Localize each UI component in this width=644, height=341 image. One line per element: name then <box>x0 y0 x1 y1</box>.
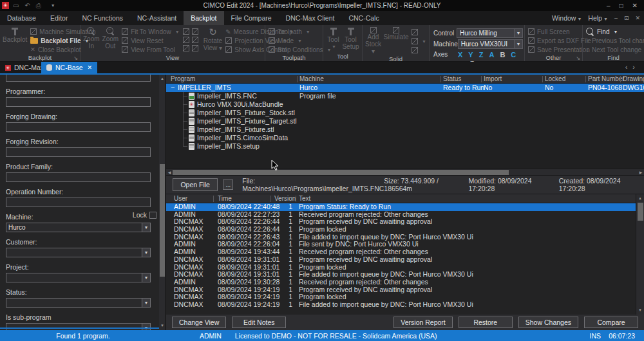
top-view-icon[interactable] <box>192 28 198 35</box>
window-menu[interactable]: Window▼ <box>552 14 582 22</box>
tool-setup-button[interactable]: ToolSetup <box>342 26 359 51</box>
scroll-down-icon[interactable]: ▼ <box>636 307 644 314</box>
column-drawing[interactable]: Drawing <box>623 75 644 82</box>
help-menu[interactable]: Help▼ <box>588 14 608 22</box>
quick-access-dropdown-icon[interactable]: ▼ <box>51 3 55 8</box>
log-vertical-scrollbar[interactable]: ▲ ▼ <box>636 194 644 315</box>
tree-file-row[interactable]: Impeller_IMTS.FNC Program file <box>166 92 644 100</box>
tab-dnc-max-client[interactable]: DNC-Max Client <box>279 11 342 25</box>
log-row[interactable]: DNCMAX 08/09/2024 22:26:44 1 Program loc… <box>166 226 636 234</box>
tab-cnc-calc[interactable]: CNC-Calc <box>341 11 386 25</box>
iso-view-icon[interactable] <box>183 28 189 35</box>
programmer-field[interactable] <box>6 97 151 107</box>
back-view-icon[interactable] <box>183 45 189 51</box>
tool-button[interactable]: Tool▼ <box>325 26 342 51</box>
restore-button[interactable]: □ <box>620 2 623 9</box>
tree-file-row[interactable]: Impeller_IMTS.setup <box>166 142 644 151</box>
column-part-number[interactable]: Part Number <box>588 75 625 82</box>
scroll-right-icon[interactable]: ▶ <box>638 169 644 176</box>
tab-file-compare[interactable]: File Compare <box>224 11 279 25</box>
minimize-button[interactable]: – <box>607 2 611 9</box>
search-panel-scrollbar[interactable]: ▲ ▼ <box>159 75 166 330</box>
scrollbar-thumb[interactable] <box>638 203 643 221</box>
scrollbar-thumb[interactable] <box>173 170 509 175</box>
machine-search-select[interactable]: Hurco ▼ <box>6 223 151 232</box>
axis-c[interactable]: C <box>511 51 516 59</box>
tree-file-row[interactable]: Hurco VMX 30Ui.MacBundle <box>166 100 644 109</box>
column-text[interactable]: Text <box>299 195 310 202</box>
collapse-icon[interactable]: − <box>171 84 175 92</box>
solid-option-1-button[interactable] <box>410 28 428 37</box>
column-import[interactable]: Import <box>484 75 502 82</box>
tab-nc-functions[interactable]: NC Functions <box>75 11 130 25</box>
customer-select[interactable]: ▼ <box>6 248 151 257</box>
axis-b[interactable]: B <box>500 51 505 59</box>
product-family-field[interactable] <box>6 172 151 182</box>
scrollbar-thumb[interactable] <box>160 164 165 277</box>
scroll-left-icon[interactable]: ◀ <box>166 169 173 176</box>
tree-file-row[interactable]: Impeller_IMTS_Fixture.stl <box>166 125 644 134</box>
doc-close-icon[interactable]: ✕ <box>635 15 640 21</box>
control-select[interactable]: Hurco Milling ▼ <box>457 28 523 38</box>
change-view-button[interactable]: Change View <box>172 317 226 328</box>
fit-to-window-button[interactable]: Fit To Window▼ <box>120 27 182 36</box>
browse-button[interactable]: ... <box>223 180 233 190</box>
project-select[interactable]: ▼ <box>6 273 151 282</box>
find-button[interactable]: Find▼ <box>584 27 644 36</box>
axis-x[interactable]: X <box>458 51 462 59</box>
tab-nc-base[interactable]: NC-Base ✕ <box>41 62 97 73</box>
forging-drawing-field[interactable] <box>6 122 151 132</box>
print-icon[interactable]: ⎙ <box>36 2 41 10</box>
bottom-view-icon[interactable] <box>192 45 198 51</box>
tree-file-row[interactable]: Impeller_IMTS_Fixture_Stock.stl <box>166 109 644 117</box>
status-select[interactable]: ▼ <box>6 298 151 308</box>
log-row[interactable]: ADMIN 08/09/2024 22:40:48 1 Program Stat… <box>166 203 636 211</box>
tab-nc-assistant[interactable]: NC-Assistant <box>130 11 184 25</box>
axis-z[interactable]: Z <box>479 51 484 59</box>
column-locked[interactable]: Locked <box>545 75 565 82</box>
zoom-out-button[interactable]: − ZoomOut <box>101 26 120 50</box>
tab-database[interactable]: Database <box>0 11 43 25</box>
show-changes-button[interactable]: Show Changes <box>518 317 578 328</box>
solid-option-2-button[interactable]: ▼ <box>410 37 428 46</box>
previous-tool-change-button[interactable]: ↑ Previous Tool change <box>584 36 644 45</box>
column-user[interactable]: User <box>174 195 187 202</box>
axis-y[interactable]: Y <box>468 51 473 59</box>
tab-backplot[interactable]: Backplot <box>184 11 223 25</box>
restore-button[interactable]: Restore <box>459 317 513 328</box>
save-icon[interactable]: ▭ <box>13 2 19 9</box>
lock-checkbox[interactable] <box>149 212 156 219</box>
scroll-up-icon[interactable]: ▲ <box>159 75 166 82</box>
is-sub-program-select[interactable]: ▼ <box>6 323 151 330</box>
zoom-in-button[interactable]: + ZoomIn <box>82 26 101 50</box>
tab-scroll-arrows[interactable]: ‹› <box>625 63 640 71</box>
side-view-icon[interactable] <box>192 37 198 43</box>
version-report-button[interactable]: Version Report <box>393 317 452 328</box>
next-tool-change-button[interactable]: ↓ Next Tool change <box>584 45 644 54</box>
search-field-top[interactable] <box>6 75 151 82</box>
column-version[interactable]: Version <box>274 195 296 202</box>
tab-editor[interactable]: Editor <box>43 11 75 25</box>
open-file-button[interactable]: Open File <box>173 178 218 191</box>
column-program[interactable]: Program <box>171 75 195 82</box>
backplot-button[interactable]: Backplot <box>1 26 28 44</box>
column-status[interactable]: Status <box>443 75 461 82</box>
machine-select[interactable]: Hurco VMX30UI ▼ <box>458 39 523 49</box>
axis-a[interactable]: A <box>489 51 494 59</box>
front-view-icon[interactable] <box>183 37 189 43</box>
solid-option-3-button[interactable] <box>410 46 428 55</box>
scroll-down-icon[interactable]: ▼ <box>159 322 166 329</box>
rotate-view-button[interactable]: ↻ Rotate View ▾ <box>202 26 223 52</box>
view-reset-button[interactable]: View Reset <box>120 36 182 45</box>
log-row[interactable]: ADMIN 08/09/2024 19:30:28 1 Received pro… <box>166 279 636 286</box>
column-time[interactable]: Time <box>218 195 232 202</box>
operation-number-field[interactable] <box>6 198 151 207</box>
edit-notes-button[interactable]: Edit Notes <box>232 317 286 328</box>
tree-file-row[interactable]: Impeller_IMTS_Fixture_Target.stl <box>166 117 644 125</box>
scroll-up-icon[interactable]: ▲ <box>636 195 644 202</box>
doc-restore-icon[interactable]: ⊡ <box>624 15 629 21</box>
undo-icon[interactable]: ↶ <box>24 2 30 9</box>
tab-close-icon[interactable]: ✕ <box>88 64 93 71</box>
add-stock-button[interactable]: Add Stock ▾ <box>364 26 383 55</box>
simulate-button[interactable]: Simulate <box>383 26 410 41</box>
